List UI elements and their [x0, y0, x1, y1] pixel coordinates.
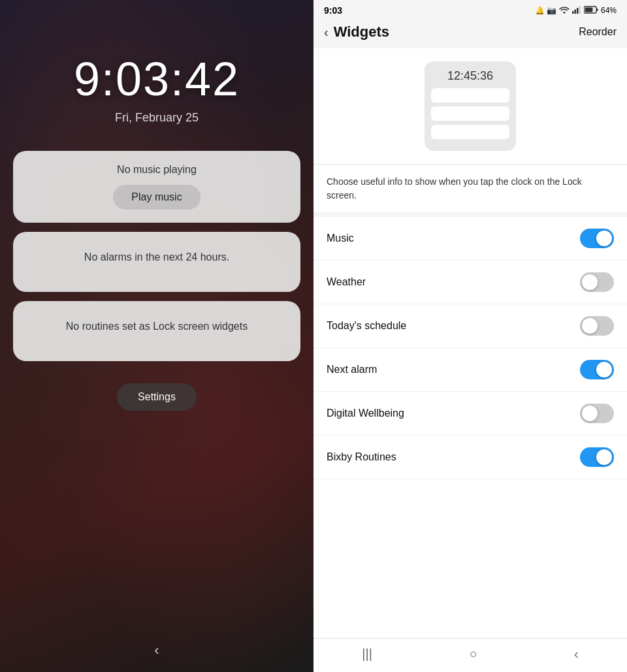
toggle-next-alarm[interactable]	[580, 360, 614, 379]
music-widget-card: No music playing Play music	[13, 151, 300, 223]
toggle-knob-weather	[582, 274, 598, 290]
page-title: Widgets	[334, 24, 389, 40]
preview-slot-1	[431, 88, 509, 103]
lock-content: 9:03:42 Fri, February 25 No music playin…	[0, 0, 314, 411]
top-bar-left: ‹ Widgets	[324, 24, 389, 40]
toggle-weather[interactable]	[580, 272, 614, 292]
battery-icon	[584, 6, 598, 16]
svg-rect-1	[574, 9, 576, 14]
setting-row-digital-wellbeing: Digital Wellbeing	[314, 392, 627, 436]
signal-icon	[572, 6, 581, 16]
description-text: Choose useful info to show when you tap …	[327, 175, 614, 202]
toggle-knob-bixby-routines	[596, 449, 612, 465]
setting-label-weather: Weather	[327, 276, 366, 288]
bottom-nav-left: ‹	[0, 642, 314, 659]
play-music-button[interactable]: Play music	[113, 185, 200, 210]
preview-clock: 12:45:36	[431, 69, 509, 83]
svg-rect-5	[596, 8, 598, 11]
notification-icons: 🔔 📷	[535, 6, 556, 15]
setting-row-weather: Weather	[314, 261, 627, 304]
toggle-knob-todays-schedule	[582, 318, 598, 334]
routines-widget-card: No routines set as Lock screen widgets	[13, 301, 300, 361]
battery-percent: 64%	[601, 6, 617, 15]
lock-screen: 9:03:42 Fri, February 25 No music playin…	[0, 0, 314, 672]
toggle-knob-digital-wellbeing	[582, 406, 598, 421]
status-time: 9:03	[324, 5, 342, 16]
reorder-button[interactable]: Reorder	[579, 26, 617, 38]
settings-button[interactable]: Settings	[117, 383, 197, 411]
preview-slot-2	[431, 106, 509, 121]
alarm-widget-card: No alarms in the next 24 hours.	[13, 232, 300, 292]
back-nav-icon[interactable]: ‹	[574, 647, 579, 662]
setting-row-todays-schedule: Today's schedule	[314, 304, 627, 348]
wifi-icon	[559, 6, 570, 16]
setting-label-todays-schedule: Today's schedule	[327, 320, 406, 332]
status-icons: 🔔 📷 64%	[535, 6, 617, 16]
preview-card: 12:45:36	[425, 61, 516, 151]
toggle-bixby-routines[interactable]	[580, 447, 614, 467]
setting-row-bixby-routines: Bixby Routines	[314, 436, 627, 479]
status-bar: 9:03 🔔 📷 64%	[314, 0, 627, 18]
svg-rect-3	[579, 6, 581, 14]
lock-date: Fri, February 25	[115, 111, 199, 125]
svg-rect-2	[577, 8, 579, 14]
back-chevron-icon[interactable]: ‹	[154, 642, 159, 659]
toggle-music[interactable]	[580, 229, 614, 248]
home-icon[interactable]: ○	[469, 647, 477, 662]
svg-rect-6	[585, 7, 592, 12]
toggle-todays-schedule[interactable]	[580, 316, 614, 336]
lock-time: 9:03:42	[74, 52, 240, 106]
svg-rect-0	[572, 11, 574, 14]
setting-label-music: Music	[327, 232, 354, 244]
back-arrow-icon[interactable]: ‹	[324, 25, 329, 40]
toggle-knob-music	[596, 231, 612, 246]
setting-label-digital-wellbeing: Digital Wellbeing	[327, 408, 404, 419]
setting-label-next-alarm: Next alarm	[327, 364, 377, 376]
alarm-status-text: No alarms in the next 24 hours.	[84, 251, 229, 263]
widgets-settings-panel: 9:03 🔔 📷 64% ‹ Widgets Reorder 12:45:36	[314, 0, 627, 672]
description-area: Choose useful info to show when you tap …	[314, 165, 627, 217]
setting-label-bixby-routines: Bixby Routines	[327, 451, 396, 463]
recent-apps-icon[interactable]: |||	[362, 647, 372, 662]
setting-row-music: Music	[314, 217, 627, 261]
toggle-digital-wellbeing[interactable]	[580, 404, 614, 423]
toggle-knob-next-alarm	[596, 362, 612, 377]
music-status-text: No music playing	[117, 164, 197, 176]
setting-row-next-alarm: Next alarm	[314, 348, 627, 392]
widget-preview-area: 12:45:36	[314, 48, 627, 165]
settings-list: MusicWeatherToday's scheduleNext alarmDi…	[314, 217, 627, 638]
top-bar: ‹ Widgets Reorder	[314, 18, 627, 48]
routines-status-text: No routines set as Lock screen widgets	[66, 321, 248, 332]
bottom-nav-right: ||| ○ ‹	[314, 638, 627, 672]
preview-slot-3	[431, 125, 509, 139]
